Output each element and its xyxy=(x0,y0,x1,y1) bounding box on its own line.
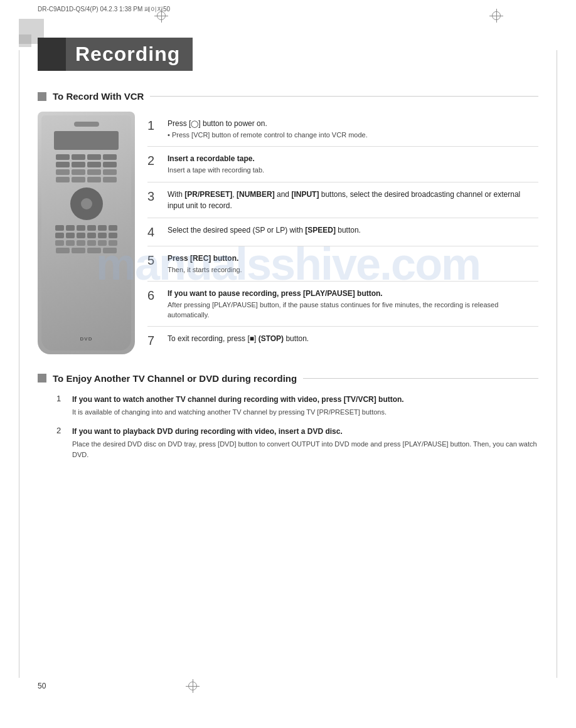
section2-step-2-content: If you want to playback DVD during recor… xyxy=(72,426,538,460)
remote-screen xyxy=(54,131,119,150)
step-1-number: 1 xyxy=(147,118,160,133)
step-3: 3 With [PR/PRESET], [NUMBER] and [INPUT]… xyxy=(147,182,538,218)
section-enjoy-tv-dvd: To Enjoy Another TV Channel or DVD durin… xyxy=(38,373,538,460)
step-6-sub: After pressing [PLAY/PAUSE] button, if t… xyxy=(168,300,538,320)
step-4-content: Select the desired speed (SP or LP) with… xyxy=(168,224,538,236)
section2-header: To Enjoy Another TV Channel or DVD durin… xyxy=(38,373,538,384)
section1-header-line xyxy=(150,96,538,97)
section2-step-1-detail: It is available of changing into and wat… xyxy=(72,407,538,418)
section2-step-1-number: 1 xyxy=(56,394,66,403)
section1-header: To Record With VCR xyxy=(38,91,538,102)
step-1-content: Press [◯] button to power on. • Press [V… xyxy=(168,118,538,140)
section2-step-2: 2 If you want to playback DVD during rec… xyxy=(56,426,538,460)
remote-inner: DVD xyxy=(41,115,131,351)
step-7-main: To exit recording, press [■] (STOP) butt… xyxy=(168,333,538,344)
step-1-sub: • Press [VCR] button of remote control t… xyxy=(168,130,538,140)
step-2-sub: Insert a tape with recording tab. xyxy=(168,166,538,175)
step-7: 7 To exit recording, press [■] (STOP) bu… xyxy=(147,327,538,354)
step-5-main: Press [REC] button. xyxy=(168,253,538,264)
title-background: Recording xyxy=(38,38,193,71)
remote-control-image: DVD xyxy=(38,112,135,354)
section2-header-box xyxy=(38,374,46,382)
section1-header-box xyxy=(38,92,46,101)
step-5-content: Press [REC] button. Then, it starts reco… xyxy=(168,253,538,275)
step-4: 4 Select the desired speed (SP or LP) wi… xyxy=(147,218,538,246)
section2-step-2-main: If you want to playback DVD during recor… xyxy=(72,426,538,437)
step-5: 5 Press [REC] button. Then, it starts re… xyxy=(147,246,538,282)
section2-step-2-detail: Place the desired DVD disc on DVD tray, … xyxy=(72,439,538,460)
step-4-number: 4 xyxy=(147,224,160,240)
step-3-main: With [PR/PRESET], [NUMBER] and [INPUT] b… xyxy=(168,189,538,211)
step-6: 6 If you want to pause recording, press … xyxy=(147,282,538,327)
step-5-number: 5 xyxy=(147,253,160,268)
title-accent-bar xyxy=(38,38,66,71)
page-number: 50 xyxy=(38,682,46,690)
section2-body: 1 If you want to watch another TV channe… xyxy=(38,394,538,460)
corner-decoration-2 xyxy=(19,34,31,47)
step-4-main: Select the desired speed (SP or LP) with… xyxy=(168,224,538,236)
section2-step-1: 1 If you want to watch another TV channe… xyxy=(56,394,538,418)
section2-header-line xyxy=(303,378,538,379)
step-2-number: 2 xyxy=(147,153,160,168)
steps-list: 1 Press [◯] button to power on. • Press … xyxy=(147,112,538,354)
reg-mark-top-left xyxy=(157,11,166,20)
step-1: 1 Press [◯] button to power on. • Press … xyxy=(147,112,538,147)
step-2-main: Insert a recordable tape. xyxy=(168,153,538,164)
remote-logo-label: DVD xyxy=(80,336,93,342)
section1-body: DVD 1 Press [◯] button to power on. • Pr… xyxy=(38,112,538,354)
step-6-main: If you want to pause recording, press [P… xyxy=(168,288,538,299)
step-6-content: If you want to pause recording, press [P… xyxy=(168,288,538,320)
step-5-sub: Then, it starts recording. xyxy=(168,265,538,275)
section-record-vcr: To Record With VCR xyxy=(38,91,538,354)
reg-mark-bottom-left xyxy=(188,682,197,690)
doc-header-text: DR-C9AD1D-QS/4(P) 04.2.3 1:38 PM 페이지50 xyxy=(38,5,170,14)
step-3-content: With [PR/PRESET], [NUMBER] and [INPUT] b… xyxy=(168,189,538,211)
step-3-number: 3 xyxy=(147,189,160,204)
step-2: 2 Insert a recordable tape. Insert a tap… xyxy=(147,147,538,182)
step-1-main: Press [◯] button to power on. xyxy=(168,118,538,129)
page-title: Recording xyxy=(75,43,180,65)
main-content: To Record With VCR xyxy=(38,91,538,468)
section2-step-1-main: If you want to watch another TV channel … xyxy=(72,394,538,405)
step-2-content: Insert a recordable tape. Insert a tape … xyxy=(168,153,538,175)
step-7-content: To exit recording, press [■] (STOP) butt… xyxy=(168,333,538,344)
page-border-left xyxy=(19,50,19,678)
step-7-number: 7 xyxy=(147,333,160,348)
doc-header: DR-C9AD1D-QS/4(P) 04.2.3 1:38 PM 페이지50 xyxy=(38,5,170,14)
title-section: Recording xyxy=(38,38,538,71)
page-border-right xyxy=(557,50,557,678)
reg-mark-top-right xyxy=(492,11,501,20)
remote-top-sensor xyxy=(74,122,99,127)
section1-title: To Record With VCR xyxy=(53,91,144,102)
section2-step-1-content: If you want to watch another TV channel … xyxy=(72,394,538,418)
section2-title: To Enjoy Another TV Channel or DVD durin… xyxy=(53,373,297,384)
step-6-number: 6 xyxy=(147,288,160,303)
section2-step-2-number: 2 xyxy=(56,426,66,435)
